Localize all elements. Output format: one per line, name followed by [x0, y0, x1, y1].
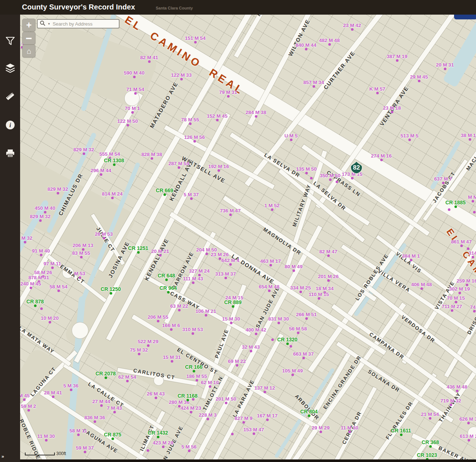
info-tool-button[interactable]: i — [0, 117, 20, 133]
survey-record-dot[interactable] — [472, 256, 474, 258]
survey-record-dot[interactable] — [188, 450, 190, 452]
survey-record-dot[interactable] — [178, 405, 181, 408]
survey-record-dot[interactable] — [138, 353, 140, 355]
survey-record-dot[interactable] — [113, 411, 116, 413]
survey-record-dot[interactable] — [171, 360, 173, 363]
filter-tool-button[interactable] — [0, 33, 20, 49]
cr-record-dot[interactable] — [193, 370, 195, 372]
cr-record-dot[interactable] — [308, 414, 310, 417]
survey-record-dot[interactable] — [193, 140, 196, 143]
survey-record-dot[interactable] — [305, 172, 308, 174]
survey-record-dot[interactable] — [468, 439, 470, 442]
survey-record-dot[interactable] — [268, 289, 271, 292]
survey-record-dot[interactable] — [460, 245, 463, 247]
survey-record-dot[interactable] — [192, 281, 194, 284]
survey-record-dot[interactable] — [455, 301, 457, 303]
survey-record-dot[interactable] — [148, 60, 151, 63]
survey-record-dot[interactable] — [190, 411, 192, 413]
survey-record-dot[interactable] — [448, 208, 450, 211]
search-source-caret-icon[interactable]: ▼ — [48, 22, 50, 26]
survey-record-dot[interactable] — [147, 344, 150, 347]
survey-record-dot[interactable] — [336, 181, 338, 183]
survey-record-dot[interactable] — [271, 338, 274, 341]
survey-record-dot[interactable] — [376, 92, 379, 94]
survey-record-dot[interactable] — [410, 259, 412, 261]
survey-record-dot[interactable] — [290, 345, 292, 348]
survey-record-dot[interactable] — [229, 263, 232, 266]
survey-record-dot[interactable] — [467, 422, 470, 424]
survey-record-dot[interactable] — [305, 317, 308, 320]
survey-record-dot[interactable] — [131, 111, 134, 114]
survey-record-dot[interactable] — [83, 152, 85, 155]
survey-record-dot[interactable] — [271, 208, 273, 211]
cr-record-dot[interactable] — [186, 399, 189, 401]
survey-record-dot[interactable] — [23, 398, 26, 401]
survey-record-dot[interactable] — [192, 332, 194, 335]
survey-record-dot[interactable] — [224, 277, 227, 279]
survey-record-dot[interactable] — [305, 48, 307, 50]
zoom-out-button[interactable]: − — [22, 32, 35, 45]
survey-record-dot[interactable] — [277, 322, 280, 324]
survey-record-dot[interactable] — [451, 309, 453, 312]
survey-record-dot[interactable] — [218, 169, 220, 172]
survey-record-dot[interactable] — [70, 389, 72, 391]
print-tool-button[interactable] — [0, 145, 20, 162]
survey-record-dot[interactable] — [313, 85, 315, 88]
survey-record-dot[interactable] — [444, 68, 446, 70]
cr-record-dot[interactable] — [163, 193, 166, 196]
survey-record-dot[interactable] — [269, 264, 272, 266]
survey-record-dot[interactable] — [100, 173, 102, 176]
survey-record-dot[interactable] — [450, 404, 452, 406]
zoom-in-button[interactable]: + — [22, 19, 35, 31]
survey-record-dot[interactable] — [473, 211, 476, 213]
survey-record-dot[interactable] — [51, 266, 54, 269]
cr-record-dot[interactable] — [429, 445, 432, 448]
measure-tool-button[interactable] — [0, 88, 20, 105]
survey-record-dot[interactable] — [103, 237, 105, 239]
survey-record-dot[interactable] — [49, 321, 51, 323]
survey-record-dot[interactable] — [292, 269, 295, 272]
survey-record-dot[interactable] — [196, 379, 198, 382]
survey-record-dot[interactable] — [442, 182, 445, 184]
survey-record-dot[interactable] — [100, 404, 103, 407]
survey-record-dot[interactable] — [467, 247, 469, 250]
survey-record-dot[interactable] — [194, 41, 197, 43]
survey-record-dot[interactable] — [299, 291, 302, 293]
survey-record-dot[interactable] — [30, 287, 32, 289]
survey-record-dot[interactable] — [253, 432, 255, 435]
survey-record-dot[interactable] — [159, 254, 162, 257]
survey-record-dot[interactable] — [230, 322, 233, 324]
survey-record-dot[interactable] — [227, 95, 230, 98]
survey-record-dot[interactable] — [320, 431, 322, 433]
survey-record-dot[interactable] — [24, 241, 26, 243]
survey-record-dot[interactable] — [45, 439, 48, 442]
survey-record-dot[interactable] — [178, 309, 181, 311]
cr-record-dot[interactable] — [232, 305, 234, 308]
survey-record-dot[interactable] — [189, 122, 192, 125]
survey-record-dot[interactable] — [192, 398, 194, 401]
survey-record-dot[interactable] — [327, 254, 330, 257]
survey-record-dot[interactable] — [456, 390, 458, 392]
survey-record-dot[interactable] — [231, 433, 234, 435]
survey-record-dot[interactable] — [219, 257, 221, 260]
cr-record-dot[interactable] — [167, 291, 170, 294]
survey-record-dot[interactable] — [170, 328, 173, 331]
survey-record-dot[interactable] — [255, 333, 257, 335]
survey-record-dot[interactable] — [418, 80, 420, 82]
survey-record-dot[interactable] — [52, 395, 54, 398]
survey-record-dot[interactable] — [57, 289, 60, 292]
survey-record-dot[interactable] — [396, 59, 398, 62]
survey-record-dot[interactable] — [205, 253, 208, 255]
survey-record-dot[interactable] — [225, 402, 227, 404]
survey-record-dot[interactable] — [209, 385, 211, 388]
survey-record-dot[interactable] — [351, 177, 354, 179]
survey-record-dot[interactable] — [180, 78, 183, 80]
survey-record-dot[interactable] — [39, 219, 42, 222]
survey-record-dot[interactable] — [297, 332, 299, 334]
cr-record-dot[interactable] — [113, 163, 116, 166]
survey-record-dot[interactable] — [408, 139, 411, 141]
survey-record-dot[interactable] — [151, 157, 153, 160]
search-input[interactable] — [52, 21, 118, 27]
survey-record-dot[interactable] — [458, 292, 461, 294]
cr-record-dot[interactable] — [157, 436, 159, 438]
